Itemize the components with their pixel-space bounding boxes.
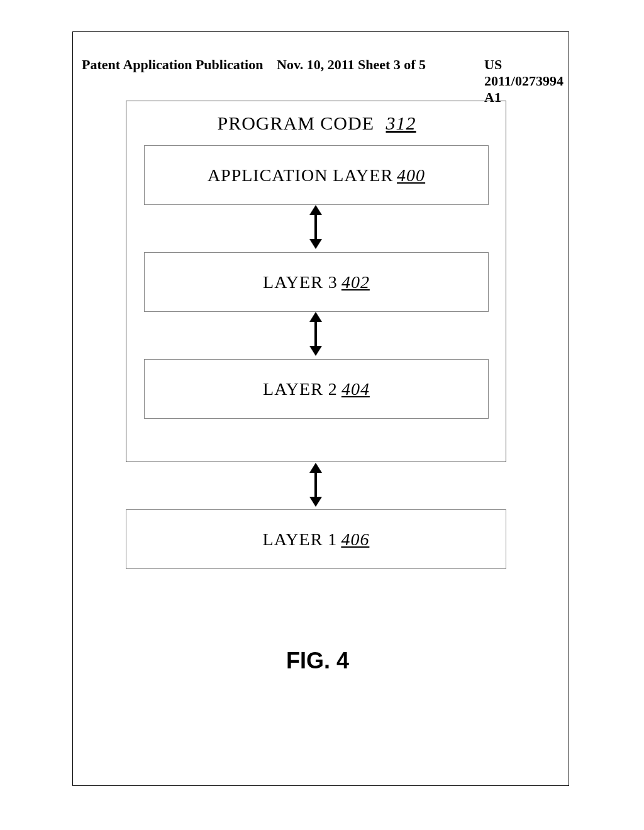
layer-3-label: LAYER 3 — [263, 272, 338, 292]
double-arrow-icon — [314, 321, 317, 347]
header-mid: Nov. 10, 2011 Sheet 3 of 5 — [277, 57, 426, 73]
application-layer-ref: 400 — [397, 165, 425, 185]
program-code-box: PROGRAM CODE 312 APPLICATION LAYER 400 L… — [126, 101, 506, 462]
header-right: US 2011/0273994 A1 — [484, 57, 564, 106]
layer-2-box: LAYER 2 404 — [144, 359, 489, 419]
layer-3-ref: 402 — [341, 272, 370, 292]
layer-3-box: LAYER 3 402 — [144, 252, 489, 312]
double-arrow-icon — [314, 472, 317, 498]
layer-1-label: LAYER 1 — [263, 529, 338, 550]
header-left: Patent Application Publication — [82, 57, 263, 73]
figure-label: FIG. 4 — [126, 648, 509, 674]
layer-1-ref: 406 — [341, 529, 369, 550]
application-layer-box: APPLICATION LAYER 400 — [144, 145, 489, 205]
layer-2-ref: 404 — [341, 379, 370, 399]
program-code-ref: 312 — [386, 113, 416, 133]
layer-2-label: LAYER 2 — [263, 379, 338, 399]
program-code-label: PROGRAM CODE — [217, 113, 374, 133]
page: Patent Application Publication Nov. 10, … — [0, 0, 644, 830]
double-arrow-icon — [314, 214, 317, 240]
program-code-title: PROGRAM CODE 312 — [126, 113, 507, 134]
layer-1-box: LAYER 1 406 — [126, 509, 506, 569]
application-layer-label: APPLICATION LAYER — [208, 165, 393, 185]
